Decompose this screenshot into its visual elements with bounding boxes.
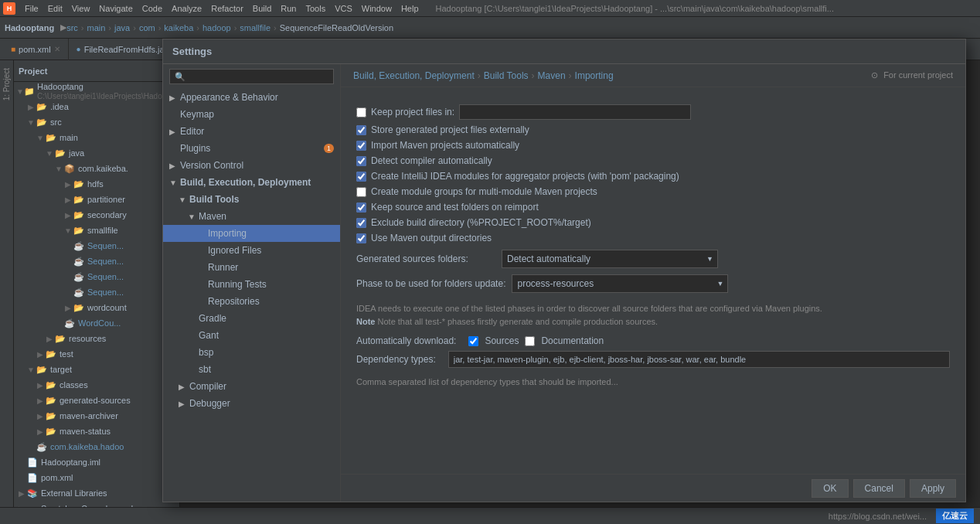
list-item[interactable]: ▼ 📂 smallfile	[14, 223, 179, 238]
expand-arrow[interactable]: ▶	[45, 335, 54, 343]
stree-item-editor[interactable]: ▶ Editor	[163, 123, 340, 140]
stree-item-sbt[interactable]: sbt	[163, 361, 340, 378]
menu-window[interactable]: Window	[357, 0, 396, 17]
expand-arrow[interactable]: ▼	[16, 87, 24, 96]
phase-update-dropdown[interactable]: process-resources	[512, 274, 728, 293]
stree-item-compiler[interactable]: ▶ Compiler	[163, 378, 340, 395]
dependency-types-input[interactable]	[448, 351, 950, 368]
expand-arrow[interactable]: ▶	[36, 412, 45, 420]
stree-item-gant[interactable]: Gant	[163, 327, 340, 344]
list-item[interactable]: ▶ 📂 .idea	[14, 99, 179, 114]
menu-vcs[interactable]: VCS	[330, 0, 357, 17]
stree-item-bsp[interactable]: bsp	[163, 344, 340, 361]
menu-edit[interactable]: Edit	[43, 0, 67, 17]
expand-arrow[interactable]: ▶	[63, 180, 73, 189]
import-maven-checkbox[interactable]	[356, 141, 366, 151]
expand-arrow[interactable]: ▶	[63, 211, 73, 219]
expand-arrow[interactable]: ▶	[36, 396, 45, 405]
sources-checkbox[interactable]	[468, 336, 478, 346]
list-item[interactable]: ▶ 📚 External Libraries	[14, 485, 179, 501]
expand-arrow[interactable]: ▼	[36, 134, 45, 142]
expand-arrow[interactable]: ▶	[36, 427, 45, 436]
list-item[interactable]: ▶ 📂 generated-sources	[14, 393, 179, 408]
stree-item-runner[interactable]: Runner	[163, 259, 340, 276]
list-item[interactable]: ▼ 📂 main	[14, 130, 179, 145]
list-item[interactable]: ▶ 📂 secondary	[14, 207, 179, 223]
menu-tools[interactable]: Tools	[301, 0, 330, 17]
menu-run[interactable]: Run	[276, 0, 301, 17]
menu-view[interactable]: View	[67, 0, 95, 17]
expand-arrow[interactable]: ▼	[26, 366, 36, 374]
list-item[interactable]: ▼ 📂 target	[14, 362, 179, 377]
list-item[interactable]: ▼ 📂 src	[14, 114, 179, 130]
generated-sources-dropdown[interactable]: Detect automatically	[502, 250, 718, 268]
list-item[interactable]: ▶ 📂 hdfs	[14, 176, 179, 192]
documentation-checkbox[interactable]	[525, 336, 535, 346]
list-item[interactable]: ▶ 📂 maven-archiver	[14, 408, 179, 424]
list-item[interactable]: 📄 pom.xml	[14, 470, 179, 485]
ok-button[interactable]: OK	[812, 479, 848, 498]
list-item[interactable]: ☕ Sequen...	[14, 284, 179, 300]
list-item[interactable]: ▶ 📂 maven-status	[14, 424, 179, 439]
stree-item-build-deployment[interactable]: ▼ Build, Execution, Deployment	[163, 174, 340, 191]
menu-refactor[interactable]: Refactor	[206, 0, 248, 17]
expand-arrow[interactable]: ▶	[36, 381, 45, 390]
exclude-build-checkbox[interactable]	[356, 218, 366, 228]
list-item[interactable]: ▼ 📂 java	[14, 145, 179, 161]
stree-item-repositories[interactable]: Repositories	[163, 293, 340, 310]
expand-arrow[interactable]: ▼	[63, 226, 73, 235]
list-item[interactable]: ☕ com.kaikeba.hadoo	[14, 439, 179, 454]
create-groups-checkbox[interactable]	[356, 187, 366, 197]
list-item[interactable]: ▶ 📂 classes	[14, 377, 179, 393]
keep-source-checkbox[interactable]	[356, 202, 366, 213]
stree-item-plugins[interactable]: Plugins 1	[163, 140, 340, 157]
list-item[interactable]: ▼ 📦 com.kaikeba.	[14, 161, 179, 176]
expand-arrow[interactable]: ▼	[54, 165, 63, 173]
stree-item-build-tools[interactable]: ▼ Build Tools	[163, 191, 340, 208]
detect-compiler-checkbox[interactable]	[356, 156, 366, 166]
list-item[interactable]: ▶ 📂 wordcount	[14, 300, 179, 315]
keep-project-files-checkbox[interactable]	[356, 107, 366, 117]
expand-arrow[interactable]: ▼	[45, 149, 54, 158]
menu-build[interactable]: Build	[248, 0, 276, 17]
stree-item-keymap[interactable]: Keymap	[163, 106, 340, 123]
create-modules-checkbox[interactable]	[356, 172, 366, 182]
stree-item-importing[interactable]: Importing	[163, 225, 340, 242]
store-generated-checkbox[interactable]	[356, 125, 366, 135]
settings-search-input[interactable]	[169, 69, 334, 84]
menu-analyze[interactable]: Analyze	[167, 0, 206, 17]
stree-item-debugger[interactable]: ▶ Debugger	[163, 395, 340, 412]
keep-project-files-input[interactable]	[459, 104, 691, 120]
list-item[interactable]: ☕ Sequen...	[14, 238, 179, 253]
list-item[interactable]: 📄 Hadooptang.iml	[14, 454, 179, 470]
stree-item-running-tests[interactable]: Running Tests	[163, 276, 340, 293]
apply-button[interactable]: Apply	[910, 479, 956, 498]
expand-arrow[interactable]: ▶	[17, 489, 26, 498]
list-item[interactable]: ☕ WordCou...	[14, 315, 179, 331]
expand-arrow[interactable]: ▼	[26, 118, 36, 127]
menu-help[interactable]: Help	[396, 0, 424, 17]
list-item[interactable]: ▶ 📂 partitioner	[14, 192, 179, 207]
list-item[interactable]: ▶ 📂 resources	[14, 331, 179, 346]
tab-pom-xml[interactable]: ■ pom.xml ✕	[3, 39, 69, 60]
menu-navigate[interactable]: Navigate	[94, 0, 137, 17]
expand-arrow[interactable]: ▶	[36, 350, 45, 359]
stree-item-ignored-files[interactable]: Ignored Files	[163, 242, 340, 259]
menu-file[interactable]: File	[20, 0, 43, 17]
stree-item-maven[interactable]: ▼ Maven	[163, 208, 340, 225]
list-item[interactable]: ▶ 📂 test	[14, 346, 179, 362]
stree-item-gradle[interactable]: Gradle	[163, 310, 340, 327]
list-item[interactable]: ▼ 📁 Hadooptang C:\Users\tanglei1\IdeaPro…	[14, 83, 179, 99]
list-item[interactable]: ☕ Sequen...	[14, 253, 179, 269]
use-maven-output-checkbox[interactable]	[356, 233, 366, 243]
expand-arrow[interactable]: ▶	[63, 196, 73, 204]
vert-tab-project[interactable]: 1: Project	[1, 63, 12, 105]
tab-close-icon[interactable]: ✕	[54, 45, 60, 53]
cancel-button[interactable]: Cancel	[853, 479, 905, 498]
menu-code[interactable]: Code	[138, 0, 167, 17]
stree-item-version-control[interactable]: ▶ Version Control	[163, 157, 340, 174]
stree-item-appearance[interactable]: ▶ Appearance & Behavior	[163, 89, 340, 106]
expand-arrow[interactable]: ▶	[26, 103, 36, 111]
list-item[interactable]: ☕ Sequen...	[14, 269, 179, 284]
expand-arrow[interactable]: ▶	[63, 304, 73, 312]
